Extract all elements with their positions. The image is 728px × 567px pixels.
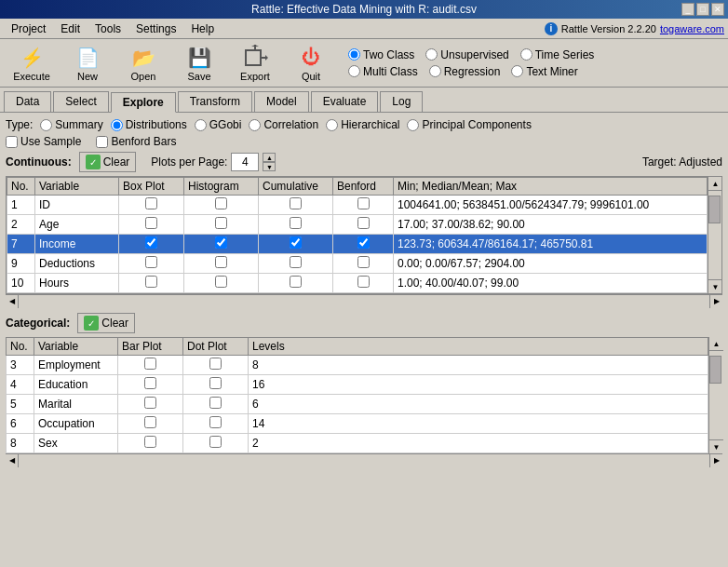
tab-log[interactable]: Log (380, 91, 423, 112)
menu-project[interactable]: Project (4, 20, 53, 37)
cat-scroll-up[interactable]: ▲ (709, 337, 723, 351)
cont-row-box-plot[interactable] (119, 196, 184, 215)
minimize-button[interactable]: _ (681, 3, 694, 16)
summary-radio[interactable]: Summary (40, 118, 102, 131)
new-icon: 📄 (73, 45, 102, 71)
cat-row-dot-plot[interactable] (183, 414, 249, 434)
menu-tools[interactable]: Tools (88, 20, 128, 37)
principal-components-radio[interactable]: Principal Components (407, 118, 531, 131)
spin-down[interactable]: ▼ (263, 162, 276, 171)
close-button[interactable]: ✕ (711, 3, 724, 16)
tab-transform[interactable]: Transform (178, 91, 252, 112)
cont-row-box-plot[interactable] (119, 235, 184, 254)
continuous-table-row[interactable]: 1ID1004641.00; 5638451.00/5624347.79; 99… (7, 196, 708, 215)
unsupervised-radio[interactable]: Unsupervised (425, 48, 508, 61)
cont-row-histogram[interactable] (184, 235, 259, 254)
tab-data[interactable]: Data (4, 91, 51, 112)
cont-row-box-plot[interactable] (119, 215, 184, 235)
two-class-radio[interactable]: Two Class (348, 48, 414, 61)
tab-model[interactable]: Model (254, 91, 309, 112)
continuous-table-row[interactable]: 10Hours1.00; 40.00/40.07; 99.00 (7, 274, 708, 293)
cont-row-histogram[interactable] (184, 215, 259, 235)
h-scroll-right[interactable]: ▶ (709, 295, 722, 308)
cat-scroll-thumb[interactable] (709, 356, 721, 384)
cont-row-benford[interactable] (333, 254, 394, 274)
menu-help[interactable]: Help (183, 20, 222, 37)
cont-row-box-plot[interactable] (119, 274, 184, 293)
use-sample-check[interactable]: Use Sample (6, 135, 81, 148)
maximize-button[interactable]: □ (696, 3, 709, 16)
regression-radio[interactable]: Regression (429, 65, 501, 78)
categorical-clear-button[interactable]: ✓ Clear (77, 313, 135, 333)
continuous-table: No. Variable Box Plot Histogram Cumulati… (7, 177, 708, 293)
benford-bars-check[interactable]: Benford Bars (96, 135, 176, 148)
cont-row-cumulative[interactable] (259, 274, 333, 293)
continuous-scrollbar-h[interactable]: ◀ ▶ (6, 294, 722, 307)
cont-row-benford[interactable] (333, 274, 394, 293)
cont-row-histogram[interactable] (184, 274, 259, 293)
continuous-clear-button[interactable]: ✓ Clear (79, 152, 137, 172)
text-miner-radio[interactable]: Text Miner (511, 65, 577, 78)
categorical-table-row[interactable]: 4Education16 (7, 375, 708, 395)
distributions-radio[interactable]: Distributions (111, 118, 187, 131)
correlation-radio[interactable]: Correlation (249, 118, 318, 131)
open-button[interactable]: 📂 Open (115, 42, 171, 85)
categorical-table-row[interactable]: 3Employment8 (7, 356, 708, 375)
tab-explore[interactable]: Explore (111, 92, 176, 113)
export-button[interactable]: Export (227, 42, 283, 85)
continuous-scrollbar-v[interactable]: ▲ ▼ (708, 177, 721, 293)
execute-button[interactable]: ⚡ Execute (4, 42, 60, 85)
categorical-scrollbar-h[interactable]: ◀ ▶ (6, 453, 722, 466)
cat-row-dot-plot[interactable] (183, 356, 249, 375)
scroll-down-arrow[interactable]: ▼ (708, 279, 722, 293)
ggobi-radio[interactable]: GGobi (195, 118, 242, 131)
scroll-up-arrow[interactable]: ▲ (708, 177, 722, 191)
cat-row-dot-plot[interactable] (183, 434, 249, 453)
cont-row-benford[interactable] (333, 215, 394, 235)
tab-select[interactable]: Select (53, 91, 108, 112)
cat-scroll-down[interactable]: ▼ (709, 439, 723, 453)
categorical-scrollbar-v[interactable]: ▲ ▼ (708, 337, 722, 453)
time-series-radio[interactable]: Time Series (520, 48, 595, 61)
categorical-table-row[interactable]: 8Sex2 (7, 434, 708, 453)
hierarchical-radio[interactable]: Hierarchical (326, 118, 399, 131)
new-button[interactable]: 📄 New (60, 42, 115, 85)
continuous-label: Continuous: (6, 155, 72, 169)
plots-per-page-input[interactable] (231, 153, 259, 171)
quit-button[interactable]: ⏻ Quit (283, 42, 339, 85)
togaware-link[interactable]: togaware.com (660, 23, 724, 34)
categorical-table-row[interactable]: 6Occupation14 (7, 414, 708, 434)
continuous-table-row[interactable]: 9Deductions0.00; 0.00/67.57; 2904.00 (7, 254, 708, 274)
multi-class-radio[interactable]: Multi Class (348, 65, 418, 78)
cat-row-bar-plot[interactable] (118, 414, 183, 434)
type-label: Type: (6, 118, 33, 131)
cat-row-bar-plot[interactable] (118, 375, 183, 395)
menu-edit[interactable]: Edit (53, 20, 88, 37)
tab-evaluate[interactable]: Evaluate (311, 91, 379, 112)
save-button[interactable]: 💾 Save (171, 42, 227, 85)
cat-row-bar-plot[interactable] (118, 356, 183, 375)
cont-row-cumulative[interactable] (259, 215, 333, 235)
cont-row-cumulative[interactable] (259, 254, 333, 274)
cont-row-cumulative[interactable] (259, 235, 333, 254)
cat-h-scroll-left[interactable]: ◀ (6, 454, 19, 467)
cat-h-scroll-track (19, 454, 709, 467)
continuous-table-row[interactable]: 2Age17.00; 37.00/38.62; 90.00 (7, 215, 708, 235)
scroll-thumb[interactable] (708, 196, 721, 223)
cont-row-benford[interactable] (333, 235, 394, 254)
cont-row-benford[interactable] (333, 196, 394, 215)
cat-row-bar-plot[interactable] (118, 434, 183, 453)
cont-row-histogram[interactable] (184, 196, 259, 215)
cont-row-histogram[interactable] (184, 254, 259, 274)
menu-settings[interactable]: Settings (128, 20, 183, 37)
cont-row-box-plot[interactable] (119, 254, 184, 274)
cat-row-bar-plot[interactable] (118, 395, 183, 414)
h-scroll-left[interactable]: ◀ (6, 295, 19, 308)
cont-row-cumulative[interactable] (259, 196, 333, 215)
spin-up[interactable]: ▲ (263, 153, 276, 162)
cat-row-dot-plot[interactable] (183, 395, 249, 414)
cat-h-scroll-right[interactable]: ▶ (709, 454, 722, 467)
categorical-table-row[interactable]: 5Marital6 (7, 395, 708, 414)
cat-row-dot-plot[interactable] (183, 375, 249, 395)
continuous-table-row[interactable]: 7Income123.73; 60634.47/86164.17; 465750… (7, 235, 708, 254)
